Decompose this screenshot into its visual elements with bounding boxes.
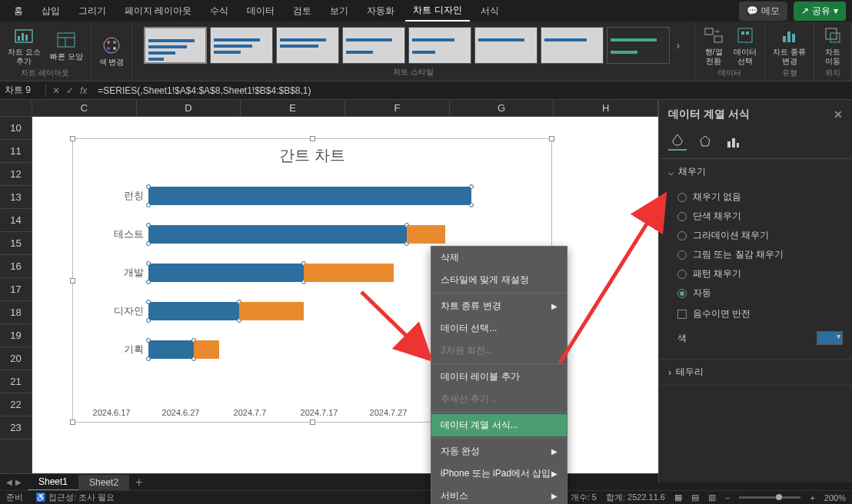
row-header[interactable]: 18 [0, 301, 32, 324]
style-thumb-7[interactable] [541, 27, 604, 64]
zoom-slider[interactable] [739, 496, 800, 499]
border-section-toggle[interactable]: ›테두리 [659, 360, 852, 385]
row-header[interactable]: 22 [0, 393, 32, 416]
view-normal-button[interactable]: ▦ [674, 492, 682, 502]
style-thumb-8[interactable] [607, 27, 670, 64]
tab-draw[interactable]: 그리기 [71, 2, 114, 21]
memo-button[interactable]: 💬메모 [739, 2, 787, 21]
quick-layout-button[interactable]: 빠른 모양 [47, 28, 86, 63]
view-pagelayout-button[interactable]: ▤ [691, 492, 699, 502]
row-header[interactable]: 20 [0, 347, 32, 370]
data-bar-series2[interactable] [304, 264, 394, 282]
sheet-prev-button[interactable]: ◀ [6, 478, 12, 486]
select-data-button[interactable]: 데이터 선택 [731, 23, 760, 68]
chart-title[interactable]: 간트 차트 [73, 139, 551, 172]
tab-view[interactable]: 보기 [322, 2, 356, 21]
tab-home[interactable]: 홈 [6, 2, 31, 21]
fill-option-radio[interactable]: 패턴 채우기 [677, 264, 843, 284]
fill-option-radio[interactable]: 자동 [677, 284, 843, 303]
fx-icon[interactable]: fx [80, 85, 87, 96]
add-chart-element-button[interactable]: 차트 요소 추가 [5, 23, 44, 68]
formula-input[interactable] [93, 85, 852, 96]
style-thumb-5[interactable] [408, 27, 471, 64]
view-pagebreak-button[interactable]: ▥ [708, 492, 716, 502]
context-menu-item[interactable]: 서비스▶ [431, 485, 567, 504]
row-header[interactable]: 14 [0, 209, 32, 232]
tab-layout[interactable]: 페이지 레이아웃 [117, 2, 199, 21]
fill-option-radio[interactable]: 그림 또는 질감 채우기 [677, 245, 843, 264]
confirm-icon[interactable]: ✓ [66, 85, 74, 96]
context-menu-item[interactable]: 차트 종류 변경▶ [431, 295, 567, 317]
fill-section-toggle[interactable]: ⌵채우기 [659, 159, 852, 184]
add-sheet-button[interactable]: + [129, 473, 148, 492]
effects-tab[interactable] [696, 132, 714, 151]
style-thumb-6[interactable] [474, 27, 537, 64]
tab-chart-design[interactable]: 차트 디자인 [405, 1, 469, 22]
row-header[interactable]: 15 [0, 232, 32, 255]
context-menu-item[interactable]: 데이터 레이블 추가 [431, 366, 567, 388]
share-button[interactable]: ↗공유 ▾ [794, 2, 846, 21]
name-box[interactable]: 차트 9 [0, 84, 46, 97]
color-swatch[interactable]: ▾ [817, 331, 843, 345]
data-bar-series1[interactable] [148, 187, 471, 205]
sheet-next-button[interactable]: ▶ [15, 478, 22, 486]
row-header[interactable]: 23 [0, 416, 32, 439]
row-header[interactable]: 21 [0, 370, 32, 393]
style-thumb-4[interactable] [342, 27, 405, 64]
tab-format[interactable]: 서식 [473, 2, 507, 21]
data-bar-series1[interactable] [148, 340, 194, 359]
data-bar-series1[interactable] [148, 264, 304, 282]
tab-automate[interactable]: 자동화 [359, 2, 402, 21]
context-menu-item[interactable]: 자동 완성▶ [431, 440, 567, 463]
sheet-tab[interactable]: Sheet2 [78, 475, 129, 490]
tab-data[interactable]: 데이터 [239, 2, 282, 21]
cancel-icon[interactable]: ✕ [52, 85, 60, 96]
context-menu-item[interactable]: 삭제 [431, 247, 567, 269]
data-bar-series2[interactable] [239, 302, 304, 320]
data-bar-series1[interactable] [148, 225, 407, 244]
change-chart-type-button[interactable]: 차트 종류 변경 [770, 23, 809, 68]
data-bar-series1[interactable] [148, 302, 239, 320]
tab-review[interactable]: 검토 [285, 2, 319, 21]
zoom-in-button[interactable]: + [810, 493, 814, 502]
row-header[interactable]: 17 [0, 278, 32, 301]
style-thumb-3[interactable] [276, 27, 339, 64]
tab-insert[interactable]: 삽입 [34, 2, 68, 21]
row-header[interactable]: 12 [0, 163, 32, 186]
fill-option-radio[interactable]: 단색 채우기 [677, 207, 843, 226]
col-header[interactable]: F [345, 100, 450, 116]
zoom-level[interactable]: 200% [824, 493, 846, 502]
style-thumb-2[interactable] [210, 27, 273, 64]
data-bar-series2[interactable] [194, 340, 220, 359]
context-menu-item[interactable]: 스타일에 맞게 재설정 [431, 269, 567, 291]
chart-style-gallery[interactable]: › [144, 23, 683, 67]
invert-negative-checkbox[interactable]: 음수이면 반전 [677, 303, 843, 325]
switch-row-col-button[interactable]: 행/열 전환 [700, 23, 727, 68]
sheet-tab[interactable]: Sheet1 [28, 474, 78, 491]
change-colors-button[interactable]: 색 변경 [96, 33, 128, 68]
row-header[interactable]: 11 [0, 140, 32, 163]
status-accessibility[interactable]: ♿ 접근성: 조사 필요 [35, 492, 115, 503]
zoom-out-button[interactable]: − [725, 493, 730, 502]
col-header[interactable]: G [450, 100, 554, 116]
close-panel-button[interactable]: ✕ [834, 108, 843, 121]
row-header[interactable]: 16 [0, 255, 32, 278]
select-all-corner[interactable] [0, 100, 32, 116]
color-picker-row[interactable]: 색▾ [677, 325, 843, 351]
col-header[interactable]: C [32, 100, 137, 116]
col-header[interactable]: E [241, 100, 345, 116]
series-options-tab[interactable] [724, 132, 742, 151]
tab-formulas[interactable]: 수식 [202, 2, 236, 21]
style-thumb-1[interactable] [144, 27, 207, 64]
fill-option-radio[interactable]: 채우기 없음 [677, 187, 843, 207]
row-header[interactable]: 19 [0, 324, 32, 347]
col-header[interactable]: D [137, 100, 241, 116]
data-bar-series2[interactable] [407, 225, 445, 244]
fill-option-radio[interactable]: 그라데이션 채우기 [677, 226, 843, 245]
fill-line-tab[interactable] [668, 132, 687, 151]
gallery-next-button[interactable]: › [673, 39, 683, 51]
row-header[interactable]: 10 [0, 117, 32, 140]
context-menu-item[interactable]: 데이터 계열 서식... [431, 414, 567, 436]
row-header[interactable]: 13 [0, 186, 32, 209]
context-menu-item[interactable]: iPhone 또는 iPad에서 삽입▶ [431, 463, 567, 485]
